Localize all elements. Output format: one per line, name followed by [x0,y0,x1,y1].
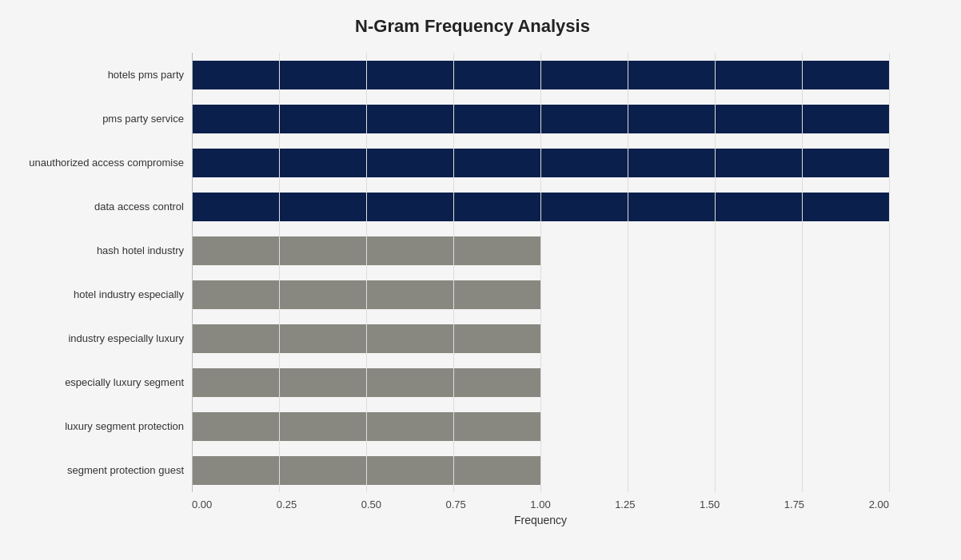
bar-row: segment protection guest [192,448,889,492]
bar-fill [192,456,540,485]
bar-label: unauthorized access compromise [24,157,184,169]
bar-label: data access control [24,201,184,212]
bar-row: data access control [192,185,889,228]
x-tick: 2.00 [869,498,889,510]
bar-track [192,280,889,309]
x-tick: 0.50 [361,498,381,510]
bar-fill [192,193,889,221]
x-tick: 1.50 [700,498,720,510]
bar-row: especially luxury segment [192,360,889,404]
bars-wrapper: hotels pms partypms party serviceunautho… [192,53,889,492]
bar-track [192,61,889,89]
bar-fill [192,280,540,309]
bar-row: luxury segment protection [192,404,889,448]
bar-label: hash hotel industry [24,244,184,256]
bar-row: hash hotel industry [192,228,889,272]
bar-row: unauthorized access compromise [192,141,889,185]
chart-title: N-Gram Frequency Analysis [16,16,929,37]
bar-label: pms party service [24,113,184,125]
x-tick: 1.00 [530,498,550,510]
bar-track [192,456,889,485]
x-axis: 0.000.250.500.751.001.251.501.752.00 [192,498,889,510]
bar-fill [192,105,889,133]
bar-track [192,412,889,441]
bar-track [192,149,889,177]
bar-fill [192,61,889,89]
bar-row: industry especially luxury [192,316,889,360]
bar-track [192,193,889,221]
bar-fill [192,149,889,177]
x-tick: 0.25 [277,498,297,510]
bar-fill [192,324,540,353]
bar-row: pms party service [192,97,889,141]
bar-track [192,368,889,397]
x-tick: 1.25 [615,498,635,510]
bar-label: luxury segment protection [24,420,184,432]
bar-label: hotel industry especially [24,288,184,300]
bar-label: hotels pms party [24,69,184,81]
bar-row: hotel industry especially [192,272,889,316]
x-axis-label: Frequency [192,514,889,526]
bar-track [192,236,889,265]
bar-label: especially luxury segment [24,376,184,388]
bar-fill [192,236,540,265]
x-tick: 1.75 [784,498,804,510]
bar-label: industry especially luxury [24,332,184,344]
bar-track [192,105,889,133]
bar-label: segment protection guest [24,464,184,476]
chart-container: N-Gram Frequency Analysis hotels pms par… [0,0,961,560]
x-tick: 0.75 [445,498,465,510]
x-tick: 0.00 [192,498,212,510]
bar-fill [192,412,540,441]
bar-track [192,324,889,353]
bar-row: hotels pms party [192,53,889,97]
bar-fill [192,368,540,397]
